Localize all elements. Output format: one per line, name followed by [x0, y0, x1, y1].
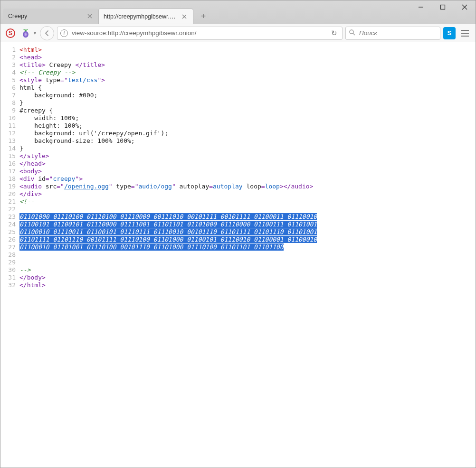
line-code[interactable]: </style> — [19, 152, 476, 160]
line-code[interactable]: <style type="text/css"> — [19, 76, 476, 84]
source-line[interactable]: 15</style> — [0, 152, 476, 160]
source-line[interactable]: 17<body> — [0, 168, 476, 175]
tab-label: http://creepymhpgibsewr.oni... — [104, 13, 179, 20]
source-line[interactable]: 28 — [0, 251, 476, 259]
line-code[interactable]: } — [19, 99, 476, 107]
tab-view-source[interactable]: http://creepymhpgibsewr.oni... — [98, 9, 193, 24]
line-code[interactable]: background: #000; — [19, 92, 476, 99]
nav-toolbar: S ▼ i ↻ S — [0, 24, 476, 42]
reload-icon[interactable]: ↻ — [329, 29, 339, 37]
line-number: 15 — [0, 152, 19, 160]
source-line[interactable]: 14} — [0, 145, 476, 152]
line-code[interactable]: --> — [19, 266, 476, 274]
line-number: 8 — [0, 99, 19, 107]
dropdown-icon[interactable]: ▼ — [33, 31, 37, 36]
line-number: 26 — [0, 236, 19, 243]
source-line[interactable]: 29 — [0, 259, 476, 266]
source-line[interactable]: 2701100010 01101001 01110100 00101110 01… — [0, 243, 476, 251]
source-line[interactable]: 7 background: #000; — [0, 92, 476, 99]
line-number: 10 — [0, 114, 19, 122]
line-code[interactable]: 01100101 01100101 01110000 01111001 0110… — [19, 221, 476, 228]
source-line[interactable]: 8} — [0, 99, 476, 107]
source-line[interactable]: 30--> — [0, 266, 476, 274]
tab-creepy[interactable]: Creepy — [3, 9, 98, 24]
source-line[interactable]: 16</head> — [0, 160, 476, 168]
source-line[interactable]: 2601101111 01101110 00101111 01110100 01… — [0, 236, 476, 243]
source-line[interactable]: 10 width: 100%; — [0, 114, 476, 122]
window-controls — [410, 0, 476, 14]
source-line[interactable]: 11 height: 100%; — [0, 122, 476, 130]
browser-window: Creepy http://creepymhpgibsewr.oni... + … — [0, 0, 476, 468]
line-code[interactable] — [19, 251, 476, 259]
line-number: 14 — [0, 145, 19, 152]
line-code[interactable]: </head> — [19, 160, 476, 168]
line-code[interactable]: background: url('/creepy/open.gif'); — [19, 130, 476, 137]
source-line[interactable]: 20</div> — [0, 190, 476, 198]
line-code[interactable]: background-size: 100% 100%; — [19, 137, 476, 145]
close-button[interactable] — [454, 0, 476, 14]
source-line[interactable]: 5<style type="text/css"> — [0, 76, 476, 84]
line-code[interactable]: </div> — [19, 190, 476, 198]
source-line[interactable]: 22 — [0, 206, 476, 213]
source-line[interactable]: 31</body> — [0, 274, 476, 281]
line-code[interactable] — [19, 259, 476, 266]
back-button[interactable] — [40, 26, 54, 40]
title-bar: Creepy http://creepymhpgibsewr.oni... + — [0, 0, 476, 24]
tor-onion-icon[interactable] — [19, 27, 32, 39]
source-line[interactable]: 6html { — [0, 84, 476, 92]
line-code[interactable]: <title> Creepy </title> — [19, 61, 476, 69]
line-code[interactable]: </body> — [19, 274, 476, 281]
line-code[interactable]: height: 100%; — [19, 122, 476, 130]
line-code[interactable]: 01100010 01110011 01100101 01110111 0111… — [19, 228, 476, 236]
url-input[interactable] — [71, 29, 326, 37]
line-code[interactable]: } — [19, 145, 476, 152]
line-code[interactable]: 01100010 01101001 01110100 00101110 0110… — [19, 243, 476, 251]
line-code[interactable]: html { — [19, 84, 476, 92]
menu-button[interactable] — [458, 27, 472, 39]
source-line[interactable]: 12 background: url('/creepy/open.gif'); — [0, 130, 476, 137]
line-code[interactable]: <!-- — [19, 198, 476, 206]
noscript-icon[interactable]: S — [4, 27, 17, 39]
line-code[interactable]: </html> — [19, 281, 476, 289]
line-code[interactable]: <body> — [19, 168, 476, 175]
source-line[interactable]: 2501100010 01110011 01100101 01110111 01… — [0, 228, 476, 236]
minimize-button[interactable] — [410, 0, 432, 14]
search-bar[interactable] — [345, 27, 440, 40]
line-code[interactable]: <head> — [19, 54, 476, 61]
source-line[interactable]: 21<!-- — [0, 198, 476, 206]
source-line[interactable]: 2401100101 01100101 01110000 01111001 01… — [0, 221, 476, 228]
source-line[interactable]: 4<!-- Creepy --> — [0, 69, 476, 76]
site-info-icon[interactable]: i — [60, 29, 68, 37]
close-icon[interactable] — [86, 12, 94, 20]
extension-icon[interactable]: S — [443, 27, 456, 39]
line-number: 18 — [0, 175, 19, 183]
source-line[interactable]: 19<audio src="/opening.ogg" type="audio/… — [0, 183, 476, 190]
line-code[interactable]: <div id="creepy"> — [19, 175, 476, 183]
line-code[interactable]: <html> — [19, 46, 476, 54]
line-code[interactable]: width: 100%; — [19, 114, 476, 122]
svg-point-10 — [25, 33, 27, 36]
source-line[interactable]: 32</html> — [0, 281, 476, 289]
close-icon[interactable] — [181, 13, 188, 20]
line-number: 12 — [0, 130, 19, 137]
view-source-pane[interactable]: 1<html>2<head>3<title> Creepy </title>4<… — [0, 42, 476, 468]
source-line[interactable]: 2301101000 01110100 01110100 01110000 00… — [0, 213, 476, 221]
line-code[interactable]: 01101111 01101110 00101111 01110100 0110… — [19, 236, 476, 243]
address-bar[interactable]: i ↻ — [57, 27, 343, 40]
line-code[interactable]: 01101000 01110100 01110100 01110000 0011… — [19, 213, 476, 221]
source-line[interactable]: 18<div id="creepy"> — [0, 175, 476, 183]
source-line[interactable]: 2<head> — [0, 54, 476, 61]
source-line[interactable]: 3<title> Creepy </title> — [0, 61, 476, 69]
svg-rect-1 — [441, 5, 445, 9]
maximize-button[interactable] — [432, 0, 454, 14]
search-input[interactable] — [358, 29, 441, 37]
line-number: 32 — [0, 281, 19, 289]
line-code[interactable] — [19, 206, 476, 213]
line-code[interactable]: <!-- Creepy --> — [19, 69, 476, 76]
line-code[interactable]: <audio src="/opening.ogg" type="audio/og… — [19, 183, 476, 190]
source-line[interactable]: 13 background-size: 100% 100%; — [0, 137, 476, 145]
source-line[interactable]: 9#creepy { — [0, 107, 476, 114]
line-code[interactable]: #creepy { — [19, 107, 476, 114]
source-line[interactable]: 1<html> — [0, 46, 476, 54]
new-tab-button[interactable]: + — [197, 10, 209, 22]
